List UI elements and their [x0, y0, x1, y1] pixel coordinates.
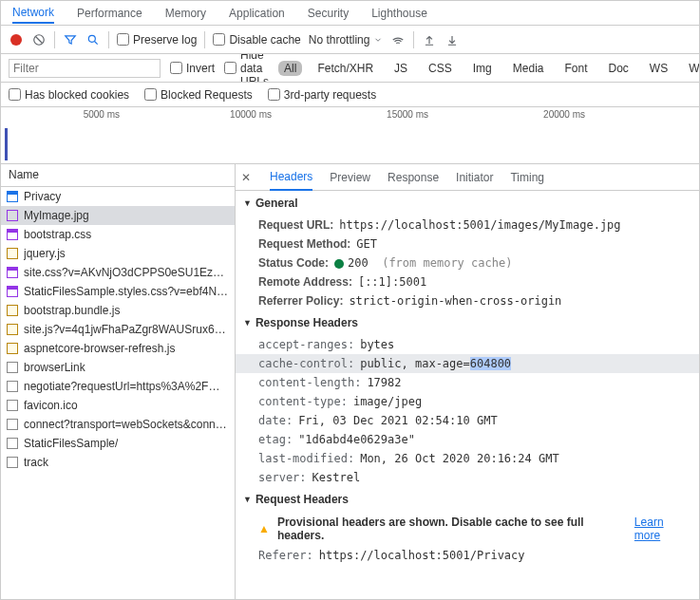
type-doc[interactable]: Doc: [602, 61, 634, 76]
request-row[interactable]: jquery.js: [1, 244, 235, 263]
header-value: "1d6abd4e0629a3e": [298, 433, 415, 446]
list-header-name[interactable]: Name: [1, 164, 235, 187]
request-name: Privacy: [24, 190, 61, 203]
file-icon: [7, 229, 18, 240]
file-icon: [7, 438, 18, 449]
request-row[interactable]: favicon.ico: [1, 396, 235, 415]
chevron-down-icon: [373, 35, 383, 45]
type-wasm[interactable]: Wasm: [683, 61, 699, 76]
request-row[interactable]: site.js?v=4q1jwFhaPaZgr8WAUSrux6hA…: [1, 320, 235, 339]
disable-cache-checkbox[interactable]: Disable cache: [213, 33, 300, 47]
type-all[interactable]: All: [278, 61, 302, 76]
timeline-overview[interactable]: 5000 ms 10000 ms 15000 ms 20000 ms: [1, 107, 699, 164]
header-key: Status Code:: [258, 256, 329, 270]
type-img[interactable]: Img: [467, 61, 498, 76]
divider: [108, 31, 109, 48]
dtab-preview[interactable]: Preview: [330, 165, 370, 190]
blocked-cookies-checkbox[interactable]: Has blocked cookies: [9, 88, 129, 102]
header-value: Fri, 03 Dec 2021 02:54:10 GMT: [298, 414, 498, 427]
header-key: Request URL:: [258, 218, 333, 232]
filter-icon[interactable]: [63, 32, 78, 47]
request-row[interactable]: bootstrap.css: [1, 225, 235, 244]
type-font[interactable]: Font: [558, 61, 593, 76]
type-js[interactable]: JS: [388, 61, 413, 76]
section-general[interactable]: ▼General: [236, 191, 699, 216]
header-key: content-length:: [258, 376, 361, 389]
network-conditions-icon[interactable]: [390, 32, 406, 47]
timeline-tick: 20000 ms: [543, 109, 585, 120]
upload-icon[interactable]: [422, 32, 437, 47]
request-row[interactable]: connect?transport=webSockets&conne…: [1, 415, 235, 434]
request-name: site.css?v=AKvNjO3dCPPS0eSU1Ez8T2…: [24, 266, 229, 279]
file-icon: [7, 362, 18, 373]
header-value: Kestrel: [312, 471, 361, 484]
header-key: last-modified:: [258, 452, 354, 465]
header-value: image/jpeg: [353, 395, 422, 408]
request-name: jquery.js: [24, 247, 66, 260]
request-row[interactable]: aspnetcore-browser-refresh.js: [1, 339, 235, 358]
type-ws[interactable]: WS: [644, 61, 673, 76]
third-party-checkbox[interactable]: 3rd-party requests: [268, 88, 376, 102]
file-icon: [7, 210, 18, 221]
request-row[interactable]: negotiate?requestUrl=https%3A%2F%2…: [1, 377, 235, 396]
blocked-requests-checkbox[interactable]: Blocked Requests: [144, 88, 253, 102]
devtools-tab-bar: Network Performance Memory Application S…: [1, 1, 699, 26]
tab-application[interactable]: Application: [229, 3, 285, 24]
type-fetch-xhr[interactable]: Fetch/XHR: [312, 61, 379, 76]
divider: [413, 31, 414, 48]
header-row: cache-control:public, max-age=604800: [236, 354, 699, 373]
invert-checkbox[interactable]: Invert: [170, 62, 215, 75]
header-value: bytes: [360, 338, 394, 351]
type-css[interactable]: CSS: [423, 61, 458, 76]
status-dot-icon: [334, 259, 344, 269]
request-row[interactable]: site.css?v=AKvNjO3dCPPS0eSU1Ez8T2…: [1, 263, 235, 282]
tab-network[interactable]: Network: [12, 2, 54, 24]
close-icon[interactable]: ✕: [241, 171, 253, 184]
throttling-select[interactable]: No throttling: [309, 33, 384, 47]
dtab-initiator[interactable]: Initiator: [456, 165, 493, 190]
search-icon[interactable]: [85, 32, 101, 47]
header-row: Referer:https://localhost:5001/Privacy: [236, 546, 699, 565]
hide-data-urls-checkbox[interactable]: Hide data URLs: [224, 54, 269, 83]
request-row[interactable]: browserLink: [1, 358, 235, 377]
svg-line-3: [95, 41, 98, 44]
filter-input[interactable]: [9, 59, 161, 78]
tab-security[interactable]: Security: [308, 3, 349, 24]
dtab-headers[interactable]: Headers: [270, 164, 312, 191]
section-request-headers[interactable]: ▼Request Headers: [236, 487, 699, 512]
download-icon[interactable]: [445, 32, 460, 47]
learn-more-link[interactable]: Learn more: [634, 516, 691, 542]
header-value: Mon, 26 Oct 2020 20:16:24 GMT: [360, 452, 559, 465]
dtab-response[interactable]: Response: [388, 165, 439, 190]
request-row[interactable]: StaticFilesSample/: [1, 434, 235, 453]
record-button[interactable]: [9, 32, 24, 47]
header-value: https://localhost:5001/Privacy: [319, 549, 525, 562]
request-row[interactable]: MyImage.jpg: [1, 206, 235, 225]
header-row: Request Method:GET: [236, 234, 699, 253]
tab-memory[interactable]: Memory: [165, 3, 206, 24]
type-media[interactable]: Media: [507, 61, 550, 76]
request-name: negotiate?requestUrl=https%3A%2F%2…: [24, 380, 229, 393]
header-row: etag:"1d6abd4e0629a3e": [236, 430, 699, 449]
provisional-headers-warning: ▲ Provisional headers are shown. Disable…: [236, 512, 699, 546]
tab-performance[interactable]: Performance: [77, 3, 142, 24]
header-row: date:Fri, 03 Dec 2021 02:54:10 GMT: [236, 411, 699, 430]
request-row[interactable]: track: [1, 453, 235, 472]
file-icon: [7, 191, 18, 202]
request-name: StaticFilesSample.styles.css?v=ebf4NvV…: [24, 285, 229, 298]
header-value: public, max-age=604800: [360, 357, 511, 370]
network-toolbar: Preserve log Disable cache No throttling: [1, 26, 699, 54]
request-name: track: [24, 456, 48, 469]
request-row[interactable]: bootstrap.bundle.js: [1, 301, 235, 320]
section-response-headers[interactable]: ▼Response Headers: [236, 310, 699, 335]
header-key: content-type:: [258, 395, 348, 408]
header-value: 17982: [367, 376, 401, 389]
preserve-log-checkbox[interactable]: Preserve log: [117, 33, 197, 47]
dtab-timing[interactable]: Timing: [510, 165, 544, 190]
tab-lighthouse[interactable]: Lighthouse: [371, 3, 427, 24]
request-row[interactable]: Privacy: [1, 187, 235, 206]
clear-button[interactable]: [31, 32, 47, 47]
timeline-tick: 15000 ms: [387, 109, 428, 120]
chevron-down-icon: ▼: [243, 318, 252, 328]
request-row[interactable]: StaticFilesSample.styles.css?v=ebf4NvV…: [1, 282, 235, 301]
